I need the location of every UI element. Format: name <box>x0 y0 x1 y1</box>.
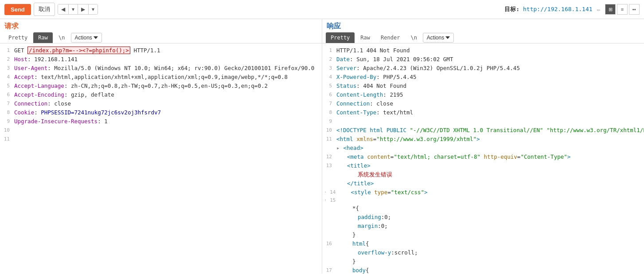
response-line-16: 16 html{ <box>322 239 644 248</box>
request-line-11: 11 <box>0 135 322 144</box>
response-line-13: 13 <title> <box>322 161 644 170</box>
toolbar-right: 目标: http://192.168.1.141 ✏ ⊞ ≡ ▪▪ <box>504 4 640 15</box>
view-mode-list-button[interactable]: ≡ <box>617 4 628 15</box>
request-line-5: 5 Accept-Language: zh-CN,zh;q=0.8,zh-TW;… <box>0 82 322 90</box>
request-actions-button[interactable]: Actions <box>71 33 102 43</box>
tab-request-pretty[interactable]: Pretty <box>4 32 32 43</box>
request-line-8: 8 Cookie: PHPSESSID=7241nukg72jc6sv2oj3h… <box>0 108 322 117</box>
request-line-3: 3 User-Agent: Mozilla/5.0 (Windows NT 10… <box>0 64 322 73</box>
response-line-title-close: </title> <box>322 179 644 188</box>
request-line-7: 7 Connection: close <box>0 99 322 108</box>
response-line-head: ▸<head> <box>322 144 644 153</box>
response-line-6: 6 Content-Length: 2195 <box>322 90 644 99</box>
request-line-1: 1 GET /index.php?m=--><?=phpinfo();> HTT… <box>0 46 322 55</box>
response-line-padding: padding:0; <box>322 213 644 222</box>
response-line-11: 11 <html xmlns="http://www.w3.org/1999/x… <box>322 135 644 144</box>
response-tab-bar: Pretty Raw Render \n Actions <box>322 32 644 43</box>
tab-request-raw[interactable]: Raw <box>33 32 53 43</box>
edit-target-icon[interactable]: ✏ <box>597 6 601 13</box>
request-actions-label: Actions <box>75 35 92 41</box>
request-line-10: 10 <box>0 126 322 135</box>
response-line-star: *{ <box>322 204 644 213</box>
response-code-area[interactable]: 1 HTTP/1.1 404 Not Found 2 Date: Sun, 18… <box>322 43 644 274</box>
view-mode-group: ⊞ ≡ ▪▪ <box>605 4 640 15</box>
response-line-8: 8 Content-Type: text/html <box>322 108 644 117</box>
target-label: 目标: http://192.168.1.141 <box>504 5 592 13</box>
response-line-4: 4 X-Powered-By: PHP/5.4.45 <box>322 73 644 82</box>
request-line-2: 2 Host: 192.168.1.141 <box>0 55 322 64</box>
response-actions-label: Actions <box>427 35 444 41</box>
response-line-margin: margin:0; <box>322 222 644 231</box>
cancel-button[interactable]: 取消 <box>34 3 55 16</box>
request-code-area[interactable]: 1 GET /index.php?m=--><?=phpinfo();> HTT… <box>0 43 322 274</box>
toolbar-left: Send 取消 ◀ ▾ ▶ ▾ <box>4 3 98 16</box>
response-title: 响应 <box>322 19 644 32</box>
request-panel: 请求 Pretty Raw \n Actions 1 GET /index.ph… <box>0 19 322 274</box>
response-line-close1: } <box>322 231 644 239</box>
request-tab-bar: Pretty Raw \n Actions <box>0 32 322 43</box>
request-line-9: 9 Upgrade-Insecure-Requests: 1 <box>0 117 322 126</box>
response-actions-button[interactable]: Actions <box>423 33 454 43</box>
response-line-1: 1 HTTP/1.1 404 Not Found <box>322 46 644 55</box>
request-line-4: 4 Accept: text/html,application/xhtml+xm… <box>0 73 322 82</box>
response-panel: 响应 Pretty Raw Render \n Actions 1 HTTP/1… <box>322 19 644 274</box>
response-line-17: 17 body{ <box>322 266 644 274</box>
response-line-12: 12 <meta content="text/html; charset=utf… <box>322 153 644 161</box>
nav-next-dropdown-button[interactable]: ▾ <box>89 4 98 14</box>
response-line-9: 9 <box>322 117 644 126</box>
view-mode-grid-button[interactable]: ⊞ <box>605 4 616 15</box>
tab-request-newline[interactable]: \n <box>54 32 70 43</box>
response-actions-chevron-icon <box>445 35 450 40</box>
send-button[interactable]: Send <box>4 4 31 15</box>
tab-response-pretty[interactable]: Pretty <box>326 32 355 43</box>
request-line-6: 6 Accept-Encoding: gzip, deflate <box>0 90 322 99</box>
nav-prev-dropdown-button[interactable]: ▾ <box>69 4 78 14</box>
response-line-2: 2 Date: Sun, 18 Jul 2021 09:56:02 GMT <box>322 55 644 64</box>
request-actions-chevron-icon <box>94 35 98 40</box>
response-line-5: 5 Status: 404 Not Found <box>322 82 644 90</box>
response-line-overflow: overflow-y:scroll; <box>322 248 644 257</box>
response-line-7: 7 Connection: close <box>322 99 644 108</box>
response-line-10: 10 <!DOCTYPE html PUBLIC "-//W3C//DTD XH… <box>322 126 644 135</box>
tab-response-render[interactable]: Render <box>376 32 405 43</box>
nav-button-group: ◀ ▾ ▶ ▾ <box>58 4 98 15</box>
nav-next-button[interactable]: ▶ <box>78 4 89 14</box>
tab-response-raw[interactable]: Raw <box>355 32 375 43</box>
response-line-title-text: 系统发生错误 <box>322 170 644 179</box>
tab-response-newline[interactable]: \n <box>406 32 422 43</box>
toolbar: Send 取消 ◀ ▾ ▶ ▾ 目标: http://192.168.1.141… <box>0 0 644 19</box>
response-line-close2: } <box>322 257 644 266</box>
view-mode-compact-button[interactable]: ▪▪ <box>629 4 640 15</box>
main-split: 请求 Pretty Raw \n Actions 1 GET /index.ph… <box>0 19 644 274</box>
nav-prev-button[interactable]: ◀ <box>58 4 69 14</box>
response-line-14: · 14 · 15 <style type="text/css"> <box>322 188 644 204</box>
response-line-3: 3 Server: Apache/2.4.23 (Win32) OpenSSL/… <box>322 64 644 73</box>
request-title: 请求 <box>0 19 322 32</box>
